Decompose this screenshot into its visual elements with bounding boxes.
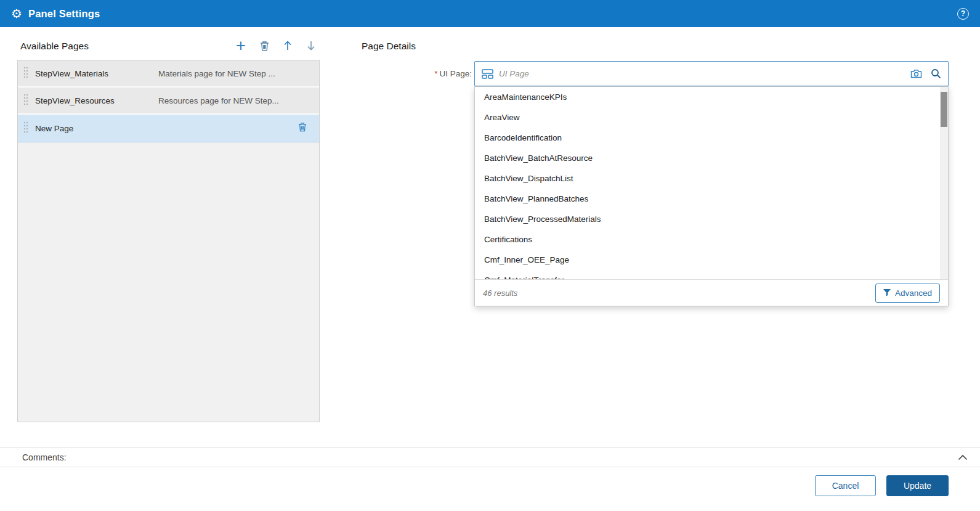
cancel-button[interactable]: Cancel — [815, 475, 876, 496]
move-down-icon[interactable] — [304, 38, 318, 53]
page-title: Panel Settings — [28, 8, 100, 20]
required-marker: * — [434, 69, 437, 78]
dropdown-option[interactable]: BatchView_PlannedBatches — [475, 189, 948, 209]
dropdown-option[interactable]: BarcodeIdentification — [475, 128, 948, 148]
ui-page-layout-icon — [482, 69, 493, 79]
page-row-stepview-materials[interactable]: StepView_Materials Materials page for NE… — [18, 60, 319, 88]
comments-label: Comments: — [22, 452, 67, 462]
move-up-icon[interactable] — [281, 38, 294, 53]
available-pages-list: StepView_Materials Materials page for NE… — [17, 60, 320, 422]
available-pages-title: Available Pages — [20, 41, 89, 52]
dropdown-items: AreaMaintenanceKPIs AreaView BarcodeIden… — [475, 87, 948, 279]
header-bar: ⚙ Panel Settings ? — [0, 0, 980, 27]
ui-page-input[interactable] — [499, 69, 907, 78]
page-name: StepView_Resources — [35, 96, 158, 105]
drag-handle-icon[interactable] — [23, 120, 28, 136]
drag-handle-icon[interactable] — [23, 65, 28, 81]
help-icon[interactable]: ? — [957, 8, 969, 20]
ui-page-combobox[interactable] — [474, 61, 949, 86]
camera-icon[interactable] — [910, 69, 922, 78]
dropdown-option[interactable]: AreaView — [475, 107, 948, 128]
comments-section: Comments: — [0, 448, 980, 467]
dropdown-option[interactable]: BatchView_ProcessedMaterials — [475, 209, 948, 229]
update-button[interactable]: Update — [886, 475, 949, 496]
dropdown-footer: 46 results Advanced — [475, 279, 948, 306]
page-row-stepview-resources[interactable]: StepView_Resources Resources page for NE… — [18, 88, 319, 115]
page-row-new-page[interactable]: New Page — [18, 115, 319, 142]
page-name: New Page — [35, 124, 158, 133]
ui-page-field-label: *UI Page: — [370, 69, 472, 78]
chevron-up-icon[interactable] — [958, 454, 968, 460]
dropdown-option[interactable]: Cmf_MaterialTransfer — [475, 270, 948, 279]
ui-page-dropdown: AreaMaintenanceKPIs AreaView BarcodeIden… — [474, 86, 949, 306]
delete-row-icon[interactable] — [298, 122, 307, 134]
filter-icon — [883, 289, 891, 296]
scrollbar-thumb[interactable] — [941, 92, 947, 127]
pages-toolbar: + — [234, 38, 318, 53]
panel-settings-dialog: ⚙ Panel Settings ? Available Pages + — [0, 0, 980, 511]
field-label-text: UI Page: — [439, 69, 472, 78]
results-count: 46 results — [483, 288, 517, 298]
add-page-icon[interactable]: + — [234, 38, 248, 53]
drag-handle-icon[interactable] — [23, 92, 28, 108]
delete-page-icon[interactable] — [257, 38, 271, 53]
dropdown-option[interactable]: Certifications — [475, 229, 948, 250]
dropdown-option[interactable]: AreaMaintenanceKPIs — [475, 87, 948, 107]
dropdown-option[interactable]: BatchView_BatchAtResource — [475, 148, 948, 168]
advanced-label: Advanced — [895, 288, 932, 298]
dialog-actions: Cancel Update — [815, 475, 949, 496]
page-description: Resources page for NEW Step... — [158, 96, 312, 105]
gear-icon: ⚙ — [11, 7, 22, 20]
dropdown-option[interactable]: Cmf_Inner_OEE_Page — [475, 250, 948, 270]
page-description: Materials page for NEW Step ... — [158, 69, 312, 78]
dropdown-option[interactable]: BatchView_DispatchList — [475, 168, 948, 189]
advanced-button[interactable]: Advanced — [875, 284, 940, 303]
search-icon[interactable] — [931, 68, 941, 79]
dropdown-scrollbar[interactable] — [940, 87, 948, 279]
page-details-title: Page Details — [362, 41, 416, 52]
page-name: StepView_Materials — [35, 69, 158, 78]
